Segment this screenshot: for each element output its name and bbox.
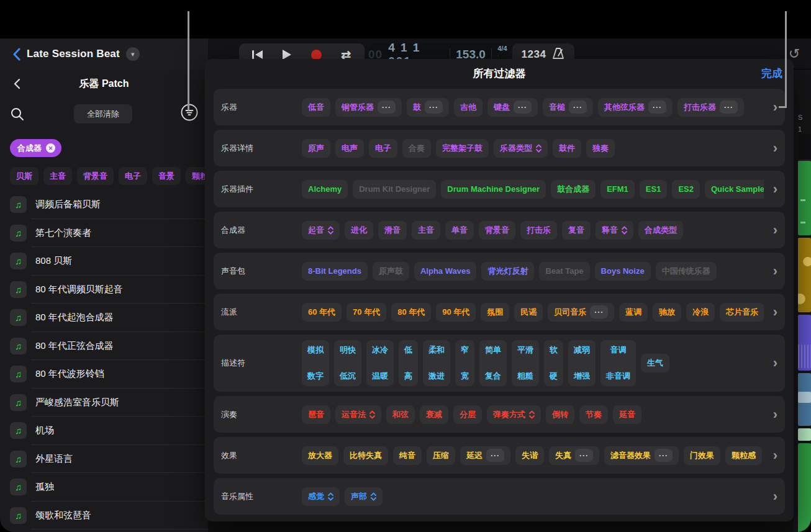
more-options-icon[interactable]: ··· xyxy=(378,101,396,114)
filter-chip[interactable]: 键盘··· xyxy=(487,98,538,117)
more-options-icon[interactable]: ··· xyxy=(720,101,738,114)
filter-chip[interactable]: 背景音 xyxy=(479,221,515,240)
filter-chip[interactable]: 滤音器效果··· xyxy=(604,446,679,465)
filter-chip-option[interactable]: 温暖 xyxy=(372,371,388,381)
filter-chip[interactable]: 8-Bit Legends xyxy=(302,262,368,281)
filter-chip-option[interactable]: 激进 xyxy=(428,371,445,381)
row-detail-chevron-icon[interactable]: › xyxy=(773,356,777,370)
filter-chip-option[interactable]: 冰冷 xyxy=(372,345,388,355)
filter-chip-option[interactable]: 数字 xyxy=(307,371,324,381)
filter-chip[interactable]: 90 年代 xyxy=(436,303,476,322)
filter-chip[interactable]: 70 年代 xyxy=(347,303,386,322)
filter-chip-pair[interactable]: 音调非音调 xyxy=(600,340,636,386)
done-button[interactable]: 完成 xyxy=(761,66,782,81)
sidebar-tag-chip[interactable]: 电子 xyxy=(119,167,147,185)
filter-chip[interactable]: 原声 xyxy=(302,139,330,158)
filter-chip[interactable]: 分层 xyxy=(453,405,482,424)
filter-chip[interactable]: 氛围 xyxy=(481,303,509,322)
filter-chip[interactable]: 吉他 xyxy=(454,98,483,117)
search-button[interactable] xyxy=(10,107,25,124)
more-options-icon[interactable]: ··· xyxy=(425,101,443,114)
filter-chip[interactable]: Quick Sampler xyxy=(705,180,764,199)
filter-chip[interactable]: 蓝调 xyxy=(619,303,648,322)
filter-chip-pair[interactable]: 减弱增强 xyxy=(568,340,596,386)
filter-chip[interactable]: 颗粒感 xyxy=(725,446,762,465)
patch-list-item[interactable]: ♫80 年代调频贝斯起音 xyxy=(0,276,208,304)
row-detail-chevron-icon[interactable]: › xyxy=(773,142,777,155)
filter-chip[interactable]: 低音 xyxy=(302,98,330,117)
filter-chip[interactable]: 驰放 xyxy=(653,303,681,322)
filter-chip[interactable]: 琶音 xyxy=(302,405,330,424)
more-options-icon[interactable]: ··· xyxy=(648,101,666,114)
filter-chip[interactable]: Boys Noize xyxy=(595,262,651,281)
filter-chip-option[interactable]: 模拟 xyxy=(307,345,324,355)
filter-chip-option[interactable]: 柔和 xyxy=(428,345,445,355)
filter-chip-option[interactable]: 明快 xyxy=(340,345,356,355)
sidebar-tag-chip[interactable]: 主音 xyxy=(43,167,72,185)
patch-list-item[interactable]: ♫调频后备箱贝斯 xyxy=(0,191,208,219)
filter-chip[interactable]: EFM1 xyxy=(600,180,635,199)
filter-chip[interactable]: 复音 xyxy=(562,221,591,240)
filter-chip[interactable]: 贝司音乐··· xyxy=(548,303,614,322)
filter-chip[interactable]: 芯片音乐 xyxy=(720,303,764,322)
filter-chip-option[interactable]: 简单 xyxy=(485,345,501,355)
filter-chip-option[interactable]: 高 xyxy=(404,371,412,381)
patch-list-item[interactable]: ♫80 年代起泡合成器 xyxy=(0,304,208,332)
more-options-icon[interactable]: ··· xyxy=(514,101,532,114)
active-filter-chip[interactable]: 合成器 ✕ xyxy=(10,139,61,157)
filter-chip[interactable]: 衰减 xyxy=(420,405,448,424)
more-options-icon[interactable]: ··· xyxy=(655,449,673,462)
patch-list-item[interactable]: ♫80 年代波形铃铛 xyxy=(0,360,208,389)
filter-chip[interactable]: 鼓件 xyxy=(553,139,581,158)
filter-chip-option[interactable]: 平滑 xyxy=(517,345,533,355)
filter-chip[interactable]: 单音 xyxy=(445,221,474,240)
filter-chip-pair[interactable]: 软硬 xyxy=(544,340,563,386)
filter-chip[interactable]: 和弦 xyxy=(386,405,415,424)
filter-chip[interactable]: 打击乐 xyxy=(520,221,557,240)
row-detail-chevron-icon[interactable]: › xyxy=(773,223,777,237)
filter-chip[interactable]: 中国传统乐器 xyxy=(656,262,717,281)
filter-button[interactable] xyxy=(180,103,199,124)
row-detail-chevron-icon[interactable]: › xyxy=(773,490,777,503)
filter-chip-pair[interactable]: 冰冷温暖 xyxy=(366,340,394,386)
patch-list-item[interactable]: ♫外星语言 xyxy=(0,445,208,474)
filter-chip[interactable]: 电子 xyxy=(369,139,397,158)
filter-chip[interactable]: 门效果 xyxy=(684,446,720,465)
filter-chip-option[interactable]: 硬 xyxy=(550,371,558,381)
patch-list-item[interactable]: ♫808 贝斯 xyxy=(0,247,208,276)
row-detail-chevron-icon[interactable]: › xyxy=(773,305,777,319)
filter-chip-option[interactable]: 窄 xyxy=(461,345,469,355)
filter-chip-pair[interactable]: 简单复合 xyxy=(479,340,507,386)
filter-chip[interactable]: 合成类型 xyxy=(638,221,683,240)
filter-chip[interactable]: 其他弦乐器··· xyxy=(598,98,673,117)
filter-chip[interactable]: 失真··· xyxy=(549,446,599,465)
filter-chip[interactable]: 民谣 xyxy=(514,303,543,322)
filter-chip-pair[interactable]: 窄宽 xyxy=(455,340,474,386)
patch-list-item[interactable]: ♫80 年代正弦合成器 xyxy=(0,332,208,361)
filter-chip[interactable]: 打击乐器··· xyxy=(677,98,744,117)
filter-chip-option[interactable]: 非音调 xyxy=(606,371,630,381)
filter-chip[interactable]: 放大器 xyxy=(302,446,338,465)
filter-chip[interactable]: 音槌··· xyxy=(543,98,593,117)
filter-chip[interactable]: 背光灯反射 xyxy=(481,262,534,281)
filter-chip[interactable]: 失谐 xyxy=(515,446,544,465)
more-options-icon[interactable]: ··· xyxy=(569,101,587,114)
filter-chip[interactable]: 完整架子鼓 xyxy=(436,139,489,158)
row-detail-chevron-icon[interactable]: › xyxy=(773,408,777,422)
patch-list-item[interactable]: ♫颂歌和弦琶音 xyxy=(0,502,208,530)
browser-back-button[interactable] xyxy=(14,78,20,92)
patch-list-item[interactable]: ♫孤独 xyxy=(0,473,208,502)
more-options-icon[interactable]: ··· xyxy=(486,449,504,462)
filter-chip[interactable]: 纯音 xyxy=(393,446,422,465)
filter-chip[interactable]: Beat Tape xyxy=(539,262,589,281)
row-detail-chevron-icon[interactable]: › xyxy=(773,183,777,196)
filter-chip-option[interactable]: 软 xyxy=(550,345,558,355)
filter-chip-pair[interactable]: 低高 xyxy=(399,340,418,386)
project-menu-button[interactable]: ▾ xyxy=(126,47,140,61)
patch-list-item[interactable]: ♫严峻感浩室音乐贝斯 xyxy=(0,389,208,417)
filter-chip[interactable]: 起音 xyxy=(302,221,340,240)
filter-chip[interactable]: 冷浪 xyxy=(686,303,715,322)
filter-chip[interactable]: ES1 xyxy=(640,180,668,199)
filter-chip[interactable]: 进化 xyxy=(345,221,373,240)
remove-filter-icon[interactable]: ✕ xyxy=(46,143,55,153)
